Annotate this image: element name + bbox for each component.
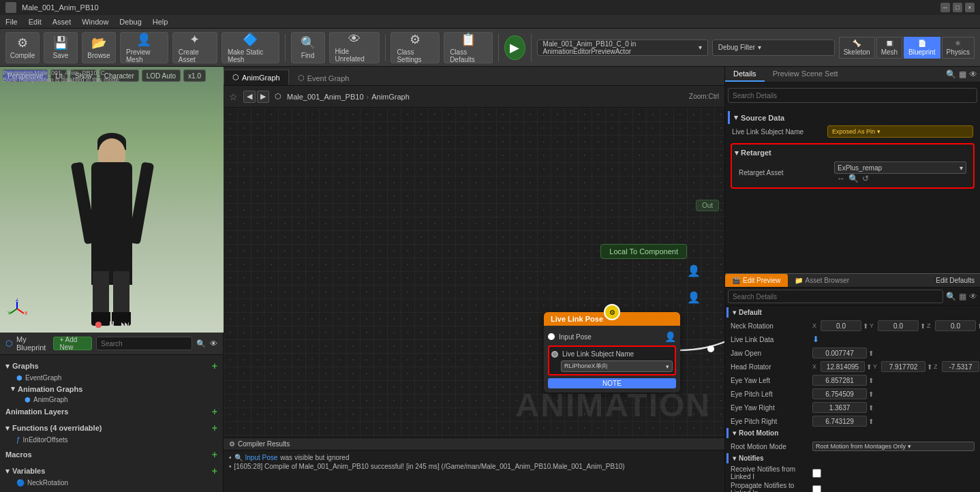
local-to-component-node[interactable]: Local To Component [600,244,687,259]
neck-z-spin[interactable]: ⬆ [977,322,980,330]
debug-filter-selector[interactable]: Debug Filter ▾ [712,40,835,56]
animation-graphs-header[interactable]: ▾ Animation Graphs [0,383,223,395]
close-button[interactable]: × [965,3,975,12]
add-new-button[interactable]: + Add New [53,337,92,350]
mesh-mode-button[interactable]: 🔲 Mesh [876,37,902,59]
source-data-header[interactable]: ▾ Source Data [728,111,977,124]
edit-defaults-button[interactable]: Edit Defaults [930,275,980,286]
play-button[interactable]: ▶ [504,35,525,60]
find-button[interactable]: 🔍 Find [291,32,325,63]
anim-graph-item[interactable]: ⬢ AnimGraph [0,395,223,405]
back-button[interactable]: ◀ [243,91,256,103]
menu-window[interactable]: Window [82,18,108,26]
neck-rotation-item[interactable]: 🔵 NeckRotation [0,478,223,488]
animation-layers-header[interactable]: Animation Layers + [0,405,223,418]
class-settings-button[interactable]: ⚙ Class Settings [391,32,440,63]
maximize-button[interactable]: □ [953,3,962,12]
record-button[interactable]: ⏺ [93,319,103,330]
exposed-as-pin-button[interactable]: Exposed As Pin ▾ [827,125,973,138]
receive-notifies-checkbox[interactable] [812,469,821,478]
eye-pitch-right-spin[interactable]: ⬆ [868,418,874,425]
hide-unrelated-button[interactable]: 👁 Hide Unrelated [329,32,380,63]
head-x-spin[interactable]: ⬆ [866,363,872,371]
default-section-header[interactable]: ▾ Default [726,307,979,318]
make-static-mesh-button[interactable]: 🔷 Make Static Mesh [221,32,279,63]
subject-dropdown[interactable]: RLiPhoneX单向 ▾ [561,360,673,372]
menu-file[interactable]: File [5,18,18,26]
physics-mode-button[interactable]: ⚛ Physics [942,37,975,59]
live-link-pose-node[interactable]: ⚙ Live Link Pose Input Pose 👤 [544,312,680,393]
in-editor-offsets-item[interactable]: ƒ InEditorOffsets [0,435,223,445]
notifies-section-header[interactable]: ▾ Notifies [726,453,979,463]
event-graph-item[interactable]: ⬢ EventGraph [0,373,223,383]
blueprint-search-input[interactable] [96,337,192,350]
menu-help[interactable]: Help [153,18,168,26]
graph-canvas[interactable]: Out Local To Component 👤 👤 ⚙ [224,108,724,437]
variables-section-header[interactable]: ▾ Variables + [0,464,223,478]
step-forward-button[interactable]: ⏭ [121,319,130,330]
retarget-search-icon[interactable]: 🔍 [848,174,859,183]
edit-preview-tab[interactable]: 🎬 Edit Preview [725,274,788,287]
save-button[interactable]: 💾 Save [44,32,78,63]
lod-button[interactable]: LOD Auto [142,70,181,82]
forward-button[interactable]: ▶ [257,91,269,103]
eye-pitch-right-input[interactable] [812,416,867,427]
eye-yaw-left-input[interactable] [812,375,867,386]
macros-section-header[interactable]: Macros + [0,448,223,461]
scale-button[interactable]: x1.0 [183,70,206,82]
event-graph-tab[interactable]: ⬡ Event Graph [289,70,358,85]
live-link-expand-icon[interactable]: ⬇ [812,335,819,344]
neck-y-input[interactable] [878,320,919,331]
anim-preview-search-input[interactable] [728,290,943,303]
eye-pitch-left-input[interactable] [812,388,867,399]
bookmark-icon[interactable]: ☆ [229,91,238,102]
head-y-spin[interactable]: ⬆ [927,363,932,371]
menu-asset[interactable]: Asset [52,18,72,26]
browse-button[interactable]: 📂 Browse [82,32,116,63]
jaw-open-spin[interactable]: ⬆ [868,350,874,357]
add-function-icon[interactable]: + [212,422,217,433]
pause-button[interactable]: ⏸ [107,319,117,330]
jaw-open-input[interactable] [812,348,867,358]
search-icon-right[interactable]: 🔍 [946,70,956,79]
root-motion-dropdown[interactable]: Root Motion from Montages Only ▾ [812,442,975,451]
minimize-button[interactable]: ─ [940,3,950,12]
compile-button[interactable]: ⚙ Compile [5,32,40,63]
graphs-section-header[interactable]: ▾ Graphs + [0,359,223,373]
log-link-1[interactable]: Input Pose [245,454,278,461]
preview-actor-selector[interactable]: Male_001_Anim_PB10_C_0 in AnimationEdito… [537,40,708,56]
neck-x-spin[interactable]: ⬆ [863,322,868,330]
retarget-reset-icon[interactable]: ↺ [862,174,869,183]
eye-icon-right[interactable]: 👁 [969,70,977,79]
functions-section-header[interactable]: ▾ Functions (4 overridable) + [0,421,223,435]
viewport[interactable]: Perspective Lit Show Character LOD Auto … [0,67,224,333]
anim-graph-tab[interactable]: ⬡ AnimGraph [224,70,289,85]
preview-mesh-button[interactable]: 👤 Preview Mesh [120,32,168,63]
add-macro-icon[interactable]: + [212,449,217,460]
window-controls[interactable]: ─ □ × [940,3,975,12]
details-search-input[interactable] [728,88,977,103]
eye-pitch-left-spin[interactable]: ⬆ [868,390,874,398]
add-variable-icon[interactable]: + [212,465,217,476]
eye-yaw-right-spin[interactable]: ⬆ [868,404,874,412]
blueprint-mode-button[interactable]: 📄 Blueprint [904,37,940,59]
head-z-input[interactable] [942,361,979,372]
skeleton-mode-button[interactable]: 🦴 Skeleton [839,37,875,59]
neck-y-spin[interactable]: ⬆ [920,322,925,330]
neck-z-input[interactable] [935,320,976,331]
retarget-asset-dropdown[interactable]: ExPlus_remap ▾ [834,162,966,174]
root-motion-section-header[interactable]: ▾ Root Motion [726,428,979,438]
head-y-input[interactable] [881,361,925,372]
breadcrumb-character[interactable]: Male_001_Anim_PB10 [287,93,364,101]
menu-debug[interactable]: Debug [119,18,141,26]
retarget-link-icon[interactable]: ↔ [837,174,845,183]
add-anim-layer-icon[interactable]: + [212,406,217,417]
create-asset-button[interactable]: ✦ Create Asset [172,32,217,63]
breadcrumb-section[interactable]: AnimGraph [371,93,410,101]
asset-browser-tab[interactable]: 📁 Asset Browser [788,274,856,287]
menu-edit[interactable]: Edit [29,18,42,26]
eye-yaw-right-input[interactable] [812,402,867,413]
class-defaults-button[interactable]: 📋 Class Defaults [444,32,493,63]
add-graph-icon[interactable]: + [212,360,217,371]
propagate-notifies-checkbox[interactable] [812,485,821,493]
